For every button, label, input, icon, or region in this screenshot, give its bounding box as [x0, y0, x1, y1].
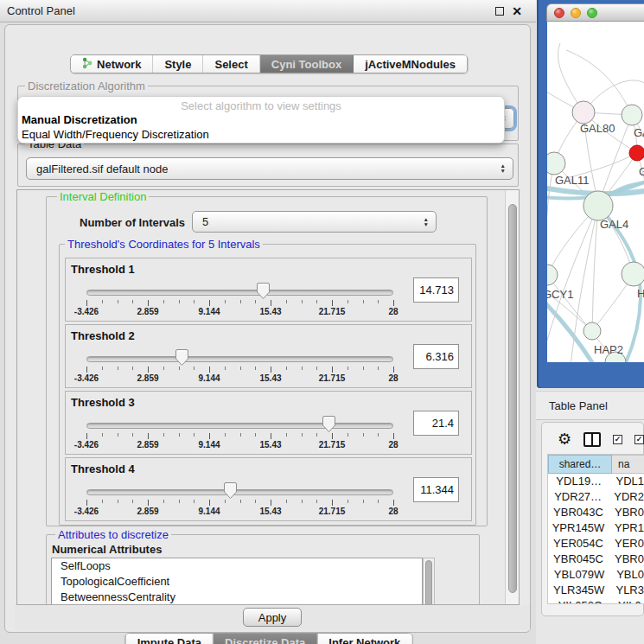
attribute-list-item[interactable]: TopologicalCoefficient: [52, 574, 422, 590]
settings-vertical-scrollbar-thumb[interactable]: [508, 204, 517, 593]
zoom-traffic-light[interactable]: [587, 8, 597, 18]
table-row[interactable]: YPR145WYPR1: [548, 520, 644, 536]
threshold-slider-track[interactable]: [86, 356, 393, 362]
threshold-slider-track[interactable]: [86, 290, 393, 296]
numerical-attributes-list[interactable]: SelfLoopsTopologicalCoefficientBetweenne…: [51, 558, 423, 605]
cell-name: YIL0: [612, 598, 644, 604]
minor-tick: [302, 300, 303, 303]
minor-tick: [163, 500, 164, 503]
minor-tick: [316, 433, 317, 437]
major-tick: [148, 500, 149, 506]
table-row[interactable]: YBR045CYBR0: [548, 552, 644, 567]
threshold-slider-thumb[interactable]: [256, 282, 271, 300]
apply-button[interactable]: Apply: [243, 608, 302, 627]
major-tick: [148, 433, 149, 439]
table-row[interactable]: YDR27…YDR2: [548, 489, 644, 505]
node-table: shared… na YDL19…YDL1YDR27…YDR2YBR043CYB…: [547, 454, 644, 604]
threshold-slider-thumb[interactable]: [322, 415, 336, 433]
number-of-intervals-combobox[interactable]: 5 ▲▼: [192, 211, 437, 233]
number-of-intervals-label: Number of Intervals: [80, 216, 185, 229]
tick-label: 15.43: [259, 507, 281, 516]
major-tick: [332, 300, 333, 306]
major-tick: [271, 300, 271, 306]
threshold-slider-track[interactable]: [86, 489, 393, 495]
threshold-value-field[interactable]: [413, 277, 459, 303]
minor-tick: [225, 300, 226, 303]
table-row[interactable]: YLR345WYLR3: [548, 583, 644, 598]
minimize-traffic-light[interactable]: [571, 8, 581, 18]
minor-tick: [132, 500, 133, 503]
tab-label: Infer Network: [328, 636, 400, 644]
dropdown-option-manual-discretization[interactable]: Manual Discretization: [18, 112, 504, 127]
threshold-slider-thumb[interactable]: [223, 481, 238, 500]
minor-tick: [302, 500, 303, 503]
network-canvas[interactable]: GAL80GAGGAL11GAL4GCY1HHAP2: [547, 22, 644, 362]
threshold-slider-thumb[interactable]: [175, 348, 189, 367]
split-columns-icon[interactable]: [583, 432, 601, 447]
minor-tick: [378, 433, 379, 437]
thresholds-group-title: Threshold's Coordinates for 5 Intervals: [65, 239, 263, 250]
table-data-combobox[interactable]: galFiltered.sif default node ▲▼: [26, 157, 513, 180]
major-tick: [393, 367, 394, 373]
hap2-node[interactable]: [583, 322, 601, 340]
network-icon: [82, 57, 92, 72]
column-header-name[interactable]: na: [612, 455, 644, 474]
minor-tick: [132, 300, 133, 303]
threshold-slider-track[interactable]: [86, 423, 393, 429]
tab-discretize-data[interactable]: Discretize Data: [214, 634, 317, 644]
tick-label: 9.144: [198, 373, 220, 383]
attribute-list-item[interactable]: SelfLoops: [52, 558, 422, 574]
gal80-node[interactable]: [572, 101, 595, 124]
tab-cyni-toolbox[interactable]: Cyni Toolbox: [260, 55, 354, 73]
minor-tick: [240, 433, 241, 437]
table-row[interactable]: YDL19…YDL1: [548, 474, 644, 489]
attributes-list-scrollbar-thumb[interactable]: [425, 560, 432, 605]
h-node[interactable]: [622, 262, 644, 286]
gcy1-node[interactable]: [547, 265, 558, 285]
gal11-node[interactable]: [547, 152, 565, 175]
table-row[interactable]: YIL052CYIL0: [548, 598, 644, 604]
minor-tick: [194, 300, 194, 303]
application-root: Control Panel ✕ NetworkStyleSelectCyni T…: [0, 0, 644, 644]
checkbox-icon-1[interactable]: ✓: [613, 435, 622, 444]
attributes-to-discretize-group: Attributes to discretize Numerical Attri…: [46, 534, 480, 605]
tick-label: 28: [388, 307, 398, 316]
close-traffic-light[interactable]: [554, 8, 564, 18]
minor-tick: [132, 433, 133, 437]
tab-style[interactable]: Style: [153, 55, 203, 73]
node-label: GAL11: [555, 174, 590, 187]
tick-label: -3.426: [74, 307, 99, 316]
threshold-value-field[interactable]: [413, 411, 459, 436]
settings-vertical-scrollbar[interactable]: [505, 190, 519, 604]
tab-impute-data[interactable]: Impute Data: [126, 634, 214, 644]
checkbox-icon-2[interactable]: ✓: [634, 435, 644, 444]
unnamed-node-top[interactable]: [622, 105, 642, 125]
tab-infer-network[interactable]: Infer Network: [317, 634, 411, 644]
tab-jactivemnodules[interactable]: jActiveMNodules: [354, 55, 467, 73]
gal4-node[interactable]: [583, 191, 613, 220]
attribute-list-item[interactable]: BetweennessCentrality: [52, 590, 422, 605]
threshold-value-field[interactable]: [413, 477, 459, 502]
table-row[interactable]: YBR043CYBR0: [548, 505, 644, 520]
tab-select[interactable]: Select: [203, 55, 259, 73]
dropdown-option-equal-width-frequency[interactable]: Equal Width/Frequency Discretization: [18, 127, 504, 142]
tick-label: 21.715: [319, 373, 346, 383]
gear-icon[interactable]: ⚙: [558, 431, 571, 447]
threshold-value-field[interactable]: [413, 344, 459, 369]
table-row[interactable]: YER054CYER0: [548, 536, 644, 552]
major-tick: [271, 433, 271, 439]
tab-network[interactable]: Network: [71, 55, 153, 73]
major-tick: [148, 300, 149, 306]
attributes-list-scrollbar[interactable]: [423, 558, 435, 605]
close-window-icon[interactable]: ✕: [512, 5, 522, 17]
float-window-icon[interactable]: [495, 7, 504, 16]
selected-red-node[interactable]: [629, 145, 644, 161]
network-edge: [547, 163, 554, 275]
minor-tick: [363, 433, 364, 437]
minor-tick: [118, 367, 118, 370]
tick-label: -3.426: [74, 440, 99, 450]
column-header-shared-name[interactable]: shared…: [548, 455, 612, 474]
cell-name: YBL0: [610, 567, 644, 583]
cell-name: YLR3: [609, 583, 644, 598]
table-row[interactable]: YBL079WYBL0: [548, 567, 644, 583]
